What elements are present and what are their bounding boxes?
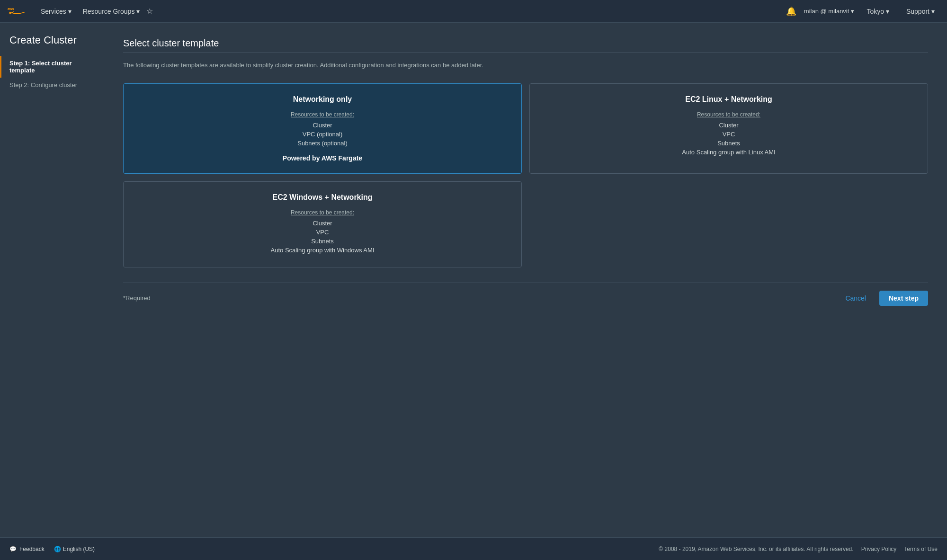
ec2-windows-resources-label: Resources to be created: (135, 209, 510, 216)
sidebar-step-1[interactable]: Step 1: Select cluster template (0, 56, 104, 78)
networking-only-badge: Powered by AWS Fargate (135, 154, 510, 162)
services-menu[interactable]: Services ▾ (36, 5, 76, 18)
networking-only-card[interactable]: Networking only Resources to be created:… (123, 83, 522, 174)
aws-logo[interactable]: aws (8, 6, 27, 17)
top-navigation: aws Services ▾ Resource Groups ▾ ☆ 🔔 mil… (0, 0, 947, 23)
networking-only-title: Networking only (135, 95, 510, 104)
ec2-windows-card[interactable]: EC2 Windows + Networking Resources to be… (123, 181, 522, 267)
section-divider (123, 53, 928, 53)
copyright-text: © 2008 - 2019, Amazon Web Services, Inc.… (659, 546, 853, 552)
sidebar: Create Cluster Step 1: Select cluster te… (0, 23, 104, 537)
nav-items: Services ▾ Resource Groups ▾ ☆ (36, 5, 786, 18)
footer-right: © 2008 - 2019, Amazon Web Services, Inc.… (659, 546, 938, 552)
networking-only-item-1: VPC (optional) (135, 131, 510, 138)
ec2-linux-resources-label: Resources to be created: (541, 111, 916, 118)
terms-of-use-link[interactable]: Terms of Use (904, 546, 938, 552)
sidebar-step-2[interactable]: Step 2: Configure cluster (0, 78, 104, 92)
region-menu[interactable]: Tokyo ▾ (862, 5, 894, 18)
support-chevron-icon: ▾ (931, 8, 935, 15)
section-title: Select cluster template (123, 38, 928, 49)
ec2-linux-title: EC2 Linux + Networking (541, 95, 916, 104)
ec2-windows-item-0: Cluster (135, 220, 510, 227)
ec2-linux-item-2: Subnets (541, 140, 916, 147)
page-footer: 💬 Feedback 🌐 English (US) © 2008 - 2019,… (0, 537, 947, 560)
form-footer-bar: *Required Cancel Next step (123, 283, 928, 306)
feedback-link[interactable]: 💬 Feedback (9, 546, 45, 552)
ec2-linux-item-1: VPC (541, 131, 916, 138)
user-chevron-icon: ▾ (851, 8, 854, 15)
services-chevron-icon: ▾ (68, 8, 71, 15)
ec2-windows-item-3: Auto Scaling group with Windows AMI (135, 247, 510, 254)
cancel-button[interactable]: Cancel (838, 291, 874, 306)
main-content: Select cluster template The following cl… (104, 23, 947, 537)
networking-only-resources-label: Resources to be created: (135, 111, 510, 118)
globe-icon: 🌐 (54, 546, 61, 552)
support-menu[interactable]: Support ▾ (902, 5, 939, 18)
ec2-windows-title: EC2 Windows + Networking (135, 193, 510, 202)
footer-left: 💬 Feedback 🌐 English (US) (9, 546, 95, 552)
next-step-button[interactable]: Next step (879, 291, 928, 306)
favorites-star-icon[interactable]: ☆ (146, 7, 153, 16)
ec2-windows-item-2: Subnets (135, 238, 510, 245)
networking-only-item-0: Cluster (135, 122, 510, 129)
ec2-linux-card[interactable]: EC2 Linux + Networking Resources to be c… (529, 83, 928, 174)
privacy-policy-link[interactable]: Privacy Policy (861, 546, 897, 552)
resource-groups-chevron-icon: ▾ (136, 8, 140, 15)
feedback-chat-icon: 💬 (9, 546, 17, 552)
page-title: Create Cluster (0, 34, 104, 56)
ec2-windows-item-1: VPC (135, 229, 510, 236)
user-menu[interactable]: milan @ milanvit ▾ (804, 8, 855, 15)
notifications-bell-icon[interactable]: 🔔 (786, 6, 796, 17)
region-chevron-icon: ▾ (886, 8, 889, 15)
svg-text:aws: aws (8, 7, 14, 11)
language-selector[interactable]: 🌐 English (US) (54, 546, 95, 552)
networking-only-item-2: Subnets (optional) (135, 140, 510, 147)
ec2-linux-item-0: Cluster (541, 122, 916, 129)
ec2-linux-item-3: Auto Scaling group with Linux AMI (541, 149, 916, 156)
nav-right: 🔔 milan @ milanvit ▾ Tokyo ▾ Support ▾ (786, 5, 939, 18)
required-label: *Required (123, 294, 151, 302)
template-cards-grid: Networking only Resources to be created:… (123, 83, 928, 267)
section-description: The following cluster templates are avai… (123, 61, 928, 70)
footer-actions: Cancel Next step (838, 291, 928, 306)
resource-groups-menu[interactable]: Resource Groups ▾ (78, 5, 145, 18)
main-layout: Create Cluster Step 1: Select cluster te… (0, 23, 947, 537)
